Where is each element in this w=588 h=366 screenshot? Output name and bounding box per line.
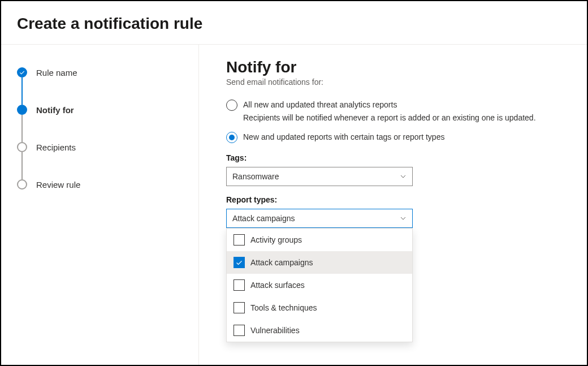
step-connector <box>21 77 23 105</box>
radio-label: New and updated reports with certain tag… <box>243 131 444 143</box>
checkbox-icon <box>234 257 245 268</box>
option-attack-campaigns[interactable]: Attack campaigns <box>227 251 412 274</box>
report-types-dropdown: Activity groups Attack campaigns Attack … <box>226 228 413 342</box>
checkbox-icon <box>234 302 245 313</box>
page-header: Create a notification rule <box>1 1 587 45</box>
current-step-icon <box>17 105 27 115</box>
option-activity-groups[interactable]: Activity groups <box>227 229 412 251</box>
radio-all-reports[interactable]: All new and updated threat analytics rep… <box>226 99 564 111</box>
tags-label: Tags: <box>226 153 564 162</box>
wizard-step-label: Review rule <box>36 180 80 190</box>
option-label: Activity groups <box>250 235 302 244</box>
option-label: Tools & techniques <box>250 303 317 312</box>
pending-step-icon <box>17 142 27 152</box>
radio-icon <box>226 100 237 111</box>
wizard-step-label: Rule name <box>36 68 77 77</box>
option-label: Vulnerabilities <box>250 326 300 335</box>
checkmark-icon <box>17 67 27 77</box>
radio-icon <box>226 132 237 143</box>
checkbox-icon <box>234 234 245 246</box>
option-tools-techniques[interactable]: Tools & techniques <box>227 296 412 319</box>
option-attack-surfaces[interactable]: Attack surfaces <box>227 274 412 296</box>
wizard-step-review-rule[interactable]: Review rule <box>17 179 198 190</box>
wizard-sidebar: Rule name Notify for Recipients Review r… <box>1 45 199 366</box>
wizard-step-label: Notify for <box>36 105 74 115</box>
main-content: Notify for Send email notifications for:… <box>199 45 587 366</box>
radio-label: All new and updated threat analytics rep… <box>243 99 397 110</box>
tags-select-value: Ransomware <box>232 172 279 181</box>
checkbox-icon <box>234 325 245 336</box>
radio-description: Recipients will be notified whenever a r… <box>243 113 564 122</box>
report-types-select[interactable]: Attack campaigns <box>226 209 413 228</box>
wizard-step-label: Recipients <box>36 143 76 152</box>
chevron-down-icon <box>400 215 407 222</box>
section-subtitle: Send email notifications for: <box>226 77 564 87</box>
section-heading: Notify for <box>226 58 564 76</box>
option-label: Attack campaigns <box>250 258 313 267</box>
wizard-step-notify-for[interactable]: Notify for <box>17 105 198 115</box>
pending-step-icon <box>17 179 27 190</box>
chevron-down-icon <box>400 173 407 180</box>
page-title: Create a notification rule <box>17 15 571 33</box>
report-types-select-value: Attack campaigns <box>232 214 295 223</box>
wizard-step-recipients[interactable]: Recipients <box>17 142 198 152</box>
step-connector <box>21 115 23 142</box>
wizard-steps: Rule name Notify for Recipients Review r… <box>17 67 198 190</box>
wizard-step-rule-name[interactable]: Rule name <box>17 67 198 77</box>
checkbox-icon <box>234 279 245 291</box>
step-connector <box>21 152 23 179</box>
report-types-label: Report types: <box>226 195 564 204</box>
notify-mode-radio-group: All new and updated threat analytics rep… <box>226 99 564 143</box>
option-vulnerabilities[interactable]: Vulnerabilities <box>227 319 412 342</box>
tags-select[interactable]: Ransomware <box>226 167 413 186</box>
option-label: Attack surfaces <box>250 281 305 290</box>
radio-filtered-reports[interactable]: New and updated reports with certain tag… <box>226 131 564 143</box>
